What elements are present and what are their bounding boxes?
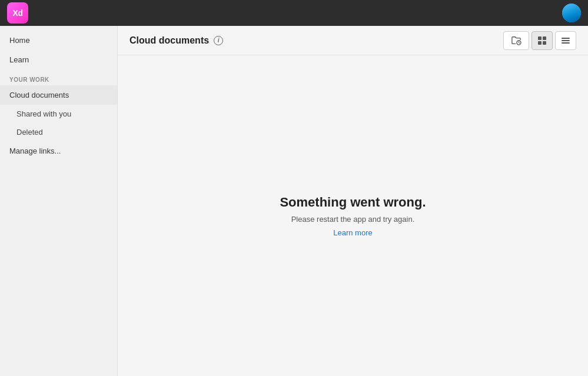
sidebar-item-shared[interactable]: Shared with you — [0, 105, 117, 123]
grid-view-icon — [538, 36, 546, 45]
sidebar-your-work-section: YOUR WORK — [0, 69, 117, 85]
user-avatar[interactable] — [562, 4, 581, 22]
topbar: Xd — [0, 0, 588, 26]
sidebar-item-deleted[interactable]: Deleted — [0, 123, 117, 141]
content-area: Cloud documents i — [118, 26, 588, 376]
sidebar: Home Learn YOUR WORK Cloud documents Sha… — [0, 26, 118, 376]
sidebar-item-manage-links[interactable]: Manage links... — [0, 141, 117, 161]
sidebar-manage-links-label: Manage links... — [9, 147, 61, 155]
list-view-button[interactable] — [555, 31, 576, 50]
folder-clock-button[interactable] — [503, 31, 529, 50]
grid-view-button[interactable] — [531, 31, 553, 50]
sidebar-item-learn[interactable]: Learn — [0, 50, 117, 69]
content-header: Cloud documents i — [118, 26, 588, 55]
learn-more-link[interactable]: Learn more — [333, 228, 372, 237]
error-subtitle: Please restart the app and try again. — [291, 215, 415, 224]
error-content: Something went wrong. Please restart the… — [118, 55, 588, 376]
sidebar-deleted-label: Deleted — [16, 128, 43, 137]
error-title: Something went wrong. — [280, 195, 426, 210]
sidebar-home-label: Home — [9, 36, 30, 45]
xd-logo: Xd — [7, 2, 28, 24]
sidebar-item-cloud-docs[interactable]: Cloud documents — [0, 85, 117, 105]
header-actions — [503, 31, 576, 50]
sidebar-cloud-docs-label: Cloud documents — [9, 91, 69, 99]
info-icon[interactable]: i — [214, 36, 223, 45]
content-title-area: Cloud documents i — [129, 35, 223, 46]
list-view-icon — [562, 36, 570, 45]
main-layout: Home Learn YOUR WORK Cloud documents Sha… — [0, 26, 588, 376]
content-title: Cloud documents — [129, 35, 209, 46]
folder-clock-icon — [511, 36, 521, 45]
sidebar-shared-label: Shared with you — [16, 109, 71, 118]
avatar-shape — [562, 4, 581, 22]
sidebar-item-home[interactable]: Home — [0, 31, 117, 50]
sidebar-learn-label: Learn — [9, 55, 29, 64]
